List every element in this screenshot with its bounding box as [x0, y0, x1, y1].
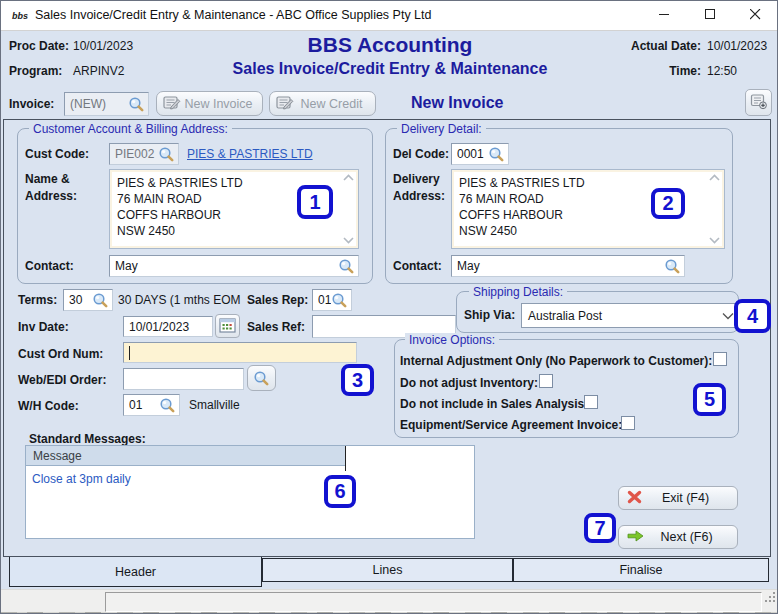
chevron-down-icon: [722, 309, 734, 323]
invoice-status-text: New Invoice: [411, 94, 503, 112]
annotation-1: 1: [297, 185, 333, 219]
tab-header[interactable]: Header: [9, 557, 262, 587]
scroll-up-icon[interactable]: [707, 174, 722, 182]
sales-rep-field[interactable]: 01: [312, 289, 352, 311]
time-label: Time:: [621, 64, 701, 78]
standard-messages-label: Standard Messages:: [29, 432, 146, 446]
new-invoice-button[interactable]: New Invoice: [156, 91, 263, 116]
message-row[interactable]: Close at 3pm daily: [32, 472, 131, 486]
del-code-lookup-icon[interactable]: [488, 146, 505, 163]
option-no-sales-analysis-checkbox[interactable]: [584, 395, 598, 409]
annotation-4: 4: [734, 299, 771, 333]
billing-contact-lookup-icon[interactable]: [338, 258, 355, 275]
terms-description: 30 DAYS (1 mths EOM: [118, 293, 240, 307]
minimize-button[interactable]: [641, 1, 687, 30]
status-message-panel: [105, 592, 762, 612]
customer-group-title: Customer Account & Billing Address:: [29, 122, 232, 136]
standard-messages-table[interactable]: Message Close at 3pm daily: [25, 445, 475, 539]
invoice-options-title: Invoice Options:: [405, 333, 499, 347]
actual-date-label: Actual Date:: [621, 39, 701, 53]
ship-via-dropdown[interactable]: Australia Post: [521, 303, 739, 328]
text-cursor: [129, 346, 130, 360]
ship-via-label: Ship Via:: [464, 308, 515, 322]
del-code-field[interactable]: 0001: [451, 143, 509, 165]
invoice-lookup-icon[interactable]: [128, 96, 145, 113]
document-plus-icon: [750, 93, 768, 113]
tab-lines[interactable]: Lines: [262, 558, 513, 582]
application-window: bbs Sales Invoice/Credit Entry & Mainten…: [0, 0, 778, 614]
option-service-agreement-label: Equipment/Service Agreement Invoice:: [400, 418, 622, 432]
customer-account-link[interactable]: PIES & PASTRIES LTD: [187, 147, 313, 161]
del-code-label: Del Code:: [393, 147, 449, 161]
title-bar[interactable]: bbs Sales Invoice/Credit Entry & Mainten…: [1, 1, 777, 31]
invoice-label: Invoice:: [9, 97, 54, 111]
cust-code-label: Cust Code:: [25, 147, 89, 161]
message-column-divider[interactable]: [345, 446, 346, 471]
terms-label: Terms:: [18, 293, 57, 307]
close-button[interactable]: [732, 1, 778, 30]
option-no-sales-analysis-label: Do not include in Sales Analysis:: [400, 397, 588, 411]
option-no-inventory-checkbox[interactable]: [539, 374, 553, 388]
delivery-group-title: Delivery Detail:: [397, 122, 486, 136]
delivery-contact-lookup-icon[interactable]: [664, 258, 681, 275]
shipping-group-title: Shipping Details:: [469, 285, 567, 299]
scroll-down-icon[interactable]: [707, 236, 722, 244]
new-record-button[interactable]: [745, 89, 772, 116]
annotation-6: 6: [324, 475, 356, 508]
scroll-up-icon[interactable]: [341, 174, 356, 182]
option-internal-adjustment-label: Internal Adjustment Only (No Paperwork t…: [400, 354, 712, 368]
annotation-2: 2: [651, 188, 685, 219]
cust-ord-num-label: Cust Ord Num:: [18, 347, 103, 361]
sales-ref-label: Sales Ref:: [247, 320, 305, 334]
window-title: Sales Invoice/Credit Entry & Maintenance…: [35, 8, 432, 22]
delivery-address-label: Delivery Address:: [393, 171, 453, 205]
name-address-label: Name & Address:: [25, 171, 103, 205]
tab-finalise[interactable]: Finalise: [513, 558, 769, 582]
web-edi-lookup-icon: [253, 370, 270, 387]
inv-date-field[interactable]: 10/01/2023: [123, 316, 213, 337]
inv-date-label: Inv Date:: [18, 320, 69, 334]
cust-code-lookup-icon[interactable]: [158, 146, 175, 163]
sales-rep-label: Sales Rep:: [247, 293, 308, 307]
terms-lookup-icon[interactable]: [92, 292, 109, 309]
next-arrow-icon: [627, 530, 644, 545]
next-button[interactable]: Next (F6): [618, 525, 738, 549]
new-credit-icon: [276, 95, 294, 113]
web-edi-order-label: Web/EDI Order:: [18, 373, 106, 387]
wh-code-field[interactable]: 01: [123, 394, 180, 416]
resize-grip-icon[interactable]: [764, 591, 777, 607]
wh-code-label: W/H Code:: [18, 399, 79, 413]
billing-contact-field[interactable]: May: [109, 255, 359, 277]
terms-field[interactable]: 30: [63, 289, 113, 311]
billing-contact-label: Contact:: [25, 259, 74, 273]
sales-rep-lookup-icon[interactable]: [331, 292, 348, 309]
maximize-icon: [705, 9, 716, 23]
exit-button[interactable]: Exit (F4): [618, 486, 738, 510]
calendar-icon: [219, 317, 236, 336]
maximize-button[interactable]: [687, 1, 733, 30]
calendar-button[interactable]: [215, 314, 240, 338]
minimize-icon: [659, 9, 670, 23]
time-value: 12:50: [707, 64, 737, 78]
annotation-3: 3: [341, 364, 374, 396]
scroll-down-icon[interactable]: [341, 236, 356, 244]
new-credit-button[interactable]: New Credit: [269, 91, 376, 116]
delivery-contact-label: Contact:: [393, 259, 442, 273]
exit-x-icon: [627, 490, 642, 507]
message-column-header[interactable]: Message: [26, 446, 345, 466]
wh-code-lookup-icon[interactable]: [159, 397, 176, 414]
option-internal-adjustment-checkbox[interactable]: [713, 352, 727, 366]
invoice-number-field[interactable]: (NEW): [64, 92, 149, 116]
cust-code-field[interactable]: PIE002: [109, 143, 179, 165]
close-icon: [750, 9, 761, 23]
actual-date-value: 10/01/2023: [707, 39, 767, 53]
annotation-5: 5: [693, 383, 726, 416]
option-service-agreement-checkbox[interactable]: [621, 416, 635, 430]
annotation-7: 7: [584, 513, 616, 543]
cust-ord-num-input[interactable]: [123, 342, 357, 363]
new-invoice-icon: [163, 95, 181, 113]
web-edi-order-input[interactable]: [123, 368, 244, 390]
web-edi-lookup-button[interactable]: [247, 365, 276, 391]
delivery-contact-field[interactable]: May: [451, 255, 685, 277]
app-logo-icon: bbs: [10, 6, 30, 26]
